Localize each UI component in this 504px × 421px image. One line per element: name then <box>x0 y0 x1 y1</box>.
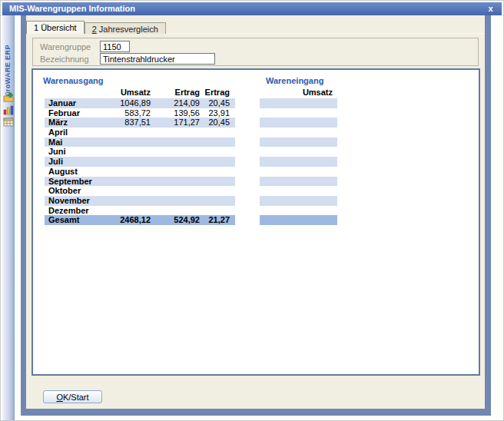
row-ertrag-cell: 139,56 <box>151 108 200 118</box>
month-rows: Januar 1046,89 214,09 20,45 Februar 583,… <box>45 98 337 225</box>
table-row: Februar 583,72 139,56 23,91 <box>45 108 337 118</box>
content-area: 1 Übersicht 2 Jahresvergleich Warengrupp… <box>26 15 485 409</box>
table-row: Juli <box>45 157 337 167</box>
warenausgang-title: Warenausgang <box>43 76 103 85</box>
row-umsatz-cell <box>94 206 151 216</box>
row-ertrag-pct-cell: 20,45 <box>200 98 235 108</box>
row-month-cell: Oktober <box>45 186 94 196</box>
close-button[interactable]: x <box>485 3 496 15</box>
table-icon[interactable] <box>3 117 14 128</box>
title-bar: MIS-Warengruppen Information x <box>2 2 502 15</box>
row-ertrag-pct-cell <box>200 138 235 148</box>
warengruppe-input[interactable] <box>100 41 130 52</box>
row-ertrag-cell <box>151 196 200 206</box>
row-ertrag-pct-cell <box>200 167 235 177</box>
row-month-cell: August <box>45 167 94 177</box>
row-umsatz-cell <box>94 147 151 157</box>
row-ertrag-pct-cell: 23,91 <box>200 108 235 118</box>
row-ertrag-pct-cell: 20,45 <box>200 118 235 128</box>
mis-warengruppen-window: MIS-Warengruppen Information x BüroWARE … <box>0 0 504 421</box>
table-row: Dezember <box>45 206 337 216</box>
table-row: Mai <box>45 138 337 148</box>
row-umsatz-cell <box>94 196 151 206</box>
row-ertrag-cell <box>151 167 200 177</box>
tab-uebersicht[interactable]: 1 Übersicht <box>26 21 85 34</box>
brand-sidebar: BüroWARE ERP <box>2 15 15 420</box>
table-row: April <box>45 128 337 138</box>
row-umsatz-cell <box>94 128 151 138</box>
row-ertrag-cell <box>151 147 200 157</box>
row-month-cell: Gesamt <box>45 215 94 225</box>
row-umsatz-cell <box>94 186 151 196</box>
col-ertrag-pct-header: Ertrag % <box>200 88 235 98</box>
row-ertrag-pct-cell <box>200 206 235 216</box>
row-umsatz-cell: 1046,89 <box>94 98 151 108</box>
row-month-cell: Dezember <box>45 206 94 216</box>
row-ertrag-cell <box>151 206 200 216</box>
table-row: November <box>45 196 337 206</box>
row-umsatz-cell <box>94 157 151 167</box>
row-ertrag-pct-cell: 21,27 <box>200 215 235 225</box>
bezeichnung-input[interactable] <box>100 53 215 65</box>
row-ertrag-pct-cell <box>200 177 235 187</box>
chart-icon[interactable] <box>3 104 14 115</box>
tab-jahresvergleich[interactable]: 2 Jahresvergleich <box>85 22 166 34</box>
tab-jahresvergleich-label: 2 Jahresvergleich <box>92 25 158 34</box>
row-month-cell: Januar <box>45 98 94 108</box>
window-title: MIS-Warengruppen Information <box>9 4 135 13</box>
row-ertrag-cell: 524,92 <box>151 215 200 225</box>
row-month-cell: März <box>45 118 94 128</box>
row-ertrag-pct-cell <box>200 186 235 196</box>
tab-strip: 1 Übersicht 2 Jahresvergleich <box>26 21 166 34</box>
row-umsatz-cell: 583,72 <box>94 108 151 118</box>
row-month-cell: Juni <box>45 147 94 157</box>
data-panel: Warenausgang Wareneingang Umsatz Ertrag … <box>32 68 480 376</box>
col-we-umsatz-header: Umsatz <box>260 88 337 98</box>
row-ertrag-cell <box>151 186 200 196</box>
row-month-cell: Februar <box>45 108 94 118</box>
row-ertrag-cell <box>151 157 200 167</box>
tab-uebersicht-label: 1 Übersicht <box>34 23 77 32</box>
warengruppe-groupbox: Warengruppe Bezeichnung <box>32 38 479 66</box>
row-umsatz-cell <box>94 177 151 187</box>
row-ertrag-pct-cell <box>200 157 235 167</box>
table-row: März 837,51 171,27 20,45 <box>45 118 337 128</box>
ok-start-button[interactable]: OK/Start <box>43 390 102 403</box>
row-ertrag-cell: 214,09 <box>151 98 200 108</box>
row-month-cell: November <box>45 196 94 206</box>
open-folder-icon[interactable] <box>3 92 14 103</box>
row-ertrag-pct-cell <box>200 196 235 206</box>
col-umsatz-header: Umsatz <box>94 88 151 98</box>
warengruppe-label: Warengruppe <box>40 42 91 51</box>
row-month-cell: September <box>45 177 94 187</box>
table-row: Oktober <box>45 186 337 196</box>
table-row: August <box>45 167 337 177</box>
table-header-row: Umsatz Ertrag Ertrag % Umsatz <box>45 88 337 98</box>
table-row: September <box>45 177 337 187</box>
row-ertrag-cell <box>151 177 200 187</box>
row-ertrag-cell <box>151 128 200 138</box>
row-umsatz-cell: 2468,12 <box>94 215 151 225</box>
row-umsatz-cell <box>94 138 151 148</box>
bezeichnung-label: Bezeichnung <box>40 55 89 64</box>
table-row: Juni <box>45 147 337 157</box>
row-ertrag-pct-cell <box>200 128 235 138</box>
ok-start-label: OK/Start <box>44 392 101 403</box>
row-umsatz-cell <box>94 167 151 177</box>
row-month-cell: Juli <box>45 157 94 167</box>
col-ertrag-header: Ertrag <box>151 88 200 98</box>
table-row: Gesamt 2468,12 524,92 21,27 <box>45 215 337 225</box>
wareneingang-title: Wareneingang <box>266 76 323 85</box>
row-ertrag-pct-cell <box>200 147 235 157</box>
row-ertrag-cell <box>151 138 200 148</box>
row-umsatz-cell: 837,51 <box>94 118 151 128</box>
table-row: Januar 1046,89 214,09 20,45 <box>45 98 337 108</box>
row-ertrag-cell: 171,27 <box>151 118 200 128</box>
row-month-cell: April <box>45 128 94 138</box>
row-month-cell: Mai <box>45 138 94 148</box>
